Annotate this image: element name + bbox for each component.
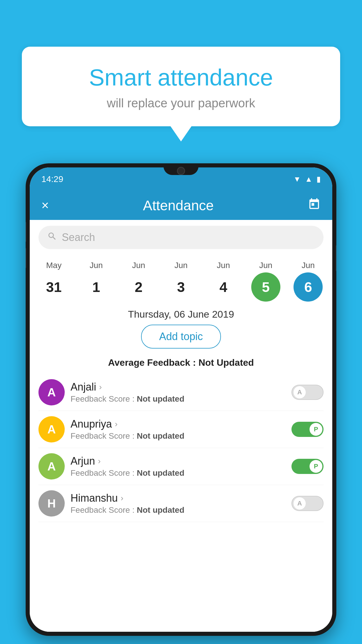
calendar-row: May31Jun1Jun2Jun3Jun4Jun5Jun6 <box>30 255 332 302</box>
student-list: AAnjali ›Feedback Score : Not updatedAAA… <box>30 374 332 522</box>
speech-bubble-wrapper: Smart attendance will replace your paper… <box>22 47 340 126</box>
front-camera <box>177 167 185 175</box>
cal-day-number: 2 <box>124 272 153 302</box>
app-title: Attendance <box>143 197 214 214</box>
signal-icon: ▲ <box>305 175 312 184</box>
student-item[interactable]: AArjun ›Feedback Score : Not updatedP <box>38 448 324 485</box>
attendance-toggle[interactable]: P <box>291 459 324 474</box>
cal-day-number: 5 <box>251 272 280 302</box>
cal-month-label: Jun <box>259 261 272 270</box>
toggle-knob: A <box>293 386 306 399</box>
cal-month-label: Jun <box>90 261 103 270</box>
status-time: 14:29 <box>41 174 63 184</box>
student-name: Arjun › <box>71 455 286 467</box>
calendar-day[interactable]: Jun2 <box>120 261 158 302</box>
selected-date-label: Thursday, 06 June 2019 <box>30 302 332 325</box>
cal-month-label: Jun <box>132 261 145 270</box>
student-avatar: A <box>38 453 65 480</box>
phone-content: Search May31Jun1Jun2Jun3Jun4Jun5Jun6 Thu… <box>30 220 332 632</box>
student-info: Himanshu ›Feedback Score : Not updated <box>65 492 291 515</box>
student-name: Anjali › <box>71 381 286 393</box>
attendance-toggle[interactable]: P <box>291 422 324 437</box>
cal-month-label: May <box>46 261 61 270</box>
phone-screen: 14:29 ▼ ▲ ▮ × Attendance <box>30 167 332 632</box>
chevron-right-icon: › <box>121 494 123 503</box>
avg-feedback-prefix: Average Feedback : <box>108 357 198 368</box>
calendar-icon[interactable] <box>308 198 321 213</box>
chevron-right-icon: › <box>98 456 101 466</box>
speech-bubble: Smart attendance will replace your paper… <box>22 47 340 126</box>
calendar-day[interactable]: Jun3 <box>162 261 200 302</box>
power-button <box>336 245 336 271</box>
attendance-toggle[interactable]: A <box>291 496 324 511</box>
avg-feedback: Average Feedback : Not Updated <box>30 351 332 374</box>
student-name: Himanshu › <box>71 492 286 504</box>
student-name: Anupriya › <box>71 418 286 430</box>
calendar-day[interactable]: Jun5 <box>247 261 285 302</box>
speech-subtitle: will replace your paperwork <box>36 96 326 110</box>
calendar-day[interactable]: May31 <box>35 261 73 302</box>
add-topic-button[interactable]: Add topic <box>141 325 221 349</box>
volume-up-button <box>26 222 26 242</box>
calendar-day[interactable]: Jun4 <box>204 261 242 302</box>
cal-day-number: 1 <box>82 272 111 302</box>
attendance-toggle[interactable]: A <box>291 385 324 400</box>
search-bar[interactable]: Search <box>38 226 324 249</box>
phone-wrapper: 14:29 ▼ ▲ ▮ × Attendance <box>26 163 336 644</box>
cal-month-label: Jun <box>174 261 187 270</box>
phone-device: 14:29 ▼ ▲ ▮ × Attendance <box>26 163 336 636</box>
calendar-day[interactable]: Jun6 <box>289 261 327 302</box>
status-icons: ▼ ▲ ▮ <box>294 175 321 184</box>
cal-day-number: 4 <box>209 272 238 302</box>
cal-month-label: Jun <box>302 261 315 270</box>
student-item[interactable]: AAnjali ›Feedback Score : Not updatedA <box>38 374 324 411</box>
student-item[interactable]: AAnupriya ›Feedback Score : Not updatedP <box>38 411 324 448</box>
phone-notch <box>164 163 198 175</box>
cal-month-label: Jun <box>217 261 230 270</box>
avg-feedback-value: Not Updated <box>198 357 254 368</box>
student-avatar: H <box>38 490 65 517</box>
toggle-knob: A <box>293 497 306 510</box>
student-feedback: Feedback Score : Not updated <box>71 468 286 478</box>
close-button[interactable]: × <box>41 198 49 213</box>
student-feedback: Feedback Score : Not updated <box>71 394 286 404</box>
chevron-right-icon: › <box>99 382 102 392</box>
search-placeholder: Search <box>62 231 95 244</box>
toggle-knob: P <box>310 423 322 436</box>
battery-icon: ▮ <box>317 175 321 184</box>
cal-day-number: 31 <box>39 272 68 302</box>
student-item[interactable]: HHimanshu ›Feedback Score : Not updatedA <box>38 485 324 522</box>
student-info: Anupriya ›Feedback Score : Not updated <box>65 418 291 441</box>
cal-day-number: 3 <box>166 272 196 302</box>
student-avatar: A <box>38 416 65 442</box>
student-avatar: A <box>38 379 65 405</box>
search-icon <box>47 231 57 244</box>
cal-day-number: 6 <box>294 272 323 302</box>
volume-down-button <box>26 248 26 268</box>
student-feedback: Feedback Score : Not updated <box>71 431 286 441</box>
wifi-icon: ▼ <box>294 175 301 184</box>
speech-title: Smart attendance <box>36 64 326 91</box>
student-info: Arjun ›Feedback Score : Not updated <box>65 455 291 478</box>
app-header: × Attendance <box>30 191 332 220</box>
student-feedback: Feedback Score : Not updated <box>71 505 286 515</box>
toggle-knob: P <box>310 460 322 473</box>
calendar-day[interactable]: Jun1 <box>77 261 115 302</box>
chevron-right-icon: › <box>115 419 117 429</box>
student-info: Anjali ›Feedback Score : Not updated <box>65 381 291 404</box>
